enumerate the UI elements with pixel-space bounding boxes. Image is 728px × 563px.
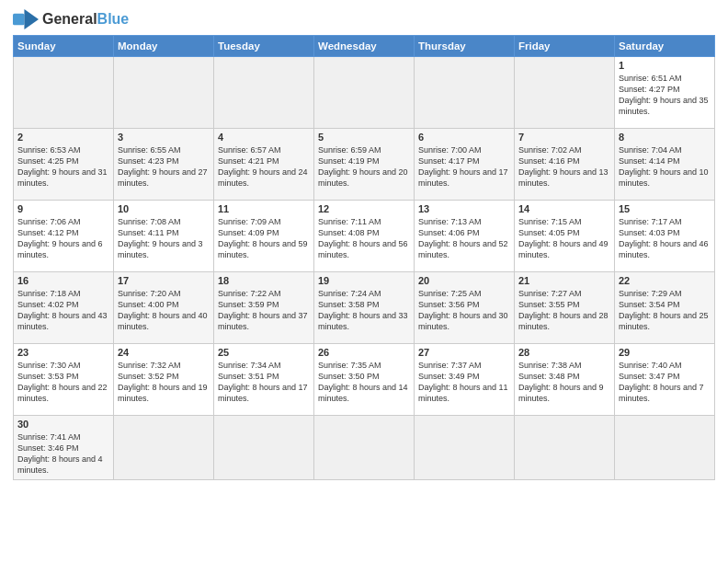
logo-icon — [13, 9, 39, 29]
calendar-day-cell: 23Sunrise: 7:30 AM Sunset: 3:53 PM Dayli… — [14, 344, 114, 416]
page: GeneralBlue Sunday Monday Tuesday Wednes… — [0, 0, 728, 563]
calendar-day-cell — [14, 57, 114, 129]
day-info: Sunrise: 7:37 AM Sunset: 3:49 PM Dayligh… — [418, 360, 510, 405]
day-info: Sunrise: 7:06 AM Sunset: 4:12 PM Dayligh… — [17, 216, 109, 261]
day-number: 9 — [17, 203, 109, 214]
day-number: 13 — [418, 203, 510, 214]
day-number: 20 — [418, 275, 510, 286]
day-number: 5 — [318, 132, 410, 143]
calendar-day-cell — [314, 416, 415, 480]
calendar-day-cell: 8Sunrise: 7:04 AM Sunset: 4:14 PM Daylig… — [615, 129, 715, 201]
day-info: Sunrise: 7:40 AM Sunset: 3:47 PM Dayligh… — [619, 360, 711, 405]
calendar-day-cell: 24Sunrise: 7:32 AM Sunset: 3:52 PM Dayli… — [114, 344, 214, 416]
calendar-day-cell: 2Sunrise: 6:53 AM Sunset: 4:25 PM Daylig… — [14, 129, 114, 201]
day-number: 24 — [118, 347, 210, 358]
day-number: 2 — [17, 132, 109, 143]
calendar-day-cell: 5Sunrise: 6:59 AM Sunset: 4:19 PM Daylig… — [314, 129, 415, 201]
col-saturday: Saturday — [615, 36, 715, 57]
day-number: 19 — [318, 275, 410, 286]
calendar-week-row: 9Sunrise: 7:06 AM Sunset: 4:12 PM Daylig… — [14, 201, 715, 272]
col-tuesday: Tuesday — [214, 36, 314, 57]
svg-marker-1 — [24, 9, 39, 29]
day-number: 30 — [17, 419, 109, 430]
calendar-day-cell: 25Sunrise: 7:34 AM Sunset: 3:51 PM Dayli… — [214, 344, 314, 416]
calendar-day-cell — [515, 416, 615, 480]
calendar-day-cell — [515, 57, 615, 129]
day-number: 6 — [418, 132, 510, 143]
day-info: Sunrise: 6:57 AM Sunset: 4:21 PM Dayligh… — [218, 144, 310, 190]
day-number: 21 — [518, 275, 610, 286]
day-number: 11 — [218, 203, 310, 214]
day-number: 10 — [118, 203, 210, 214]
calendar-week-row: 2Sunrise: 6:53 AM Sunset: 4:25 PM Daylig… — [14, 129, 715, 201]
day-info: Sunrise: 7:15 AM Sunset: 4:05 PM Dayligh… — [518, 216, 610, 261]
logo: GeneralBlue — [13, 9, 129, 29]
calendar-day-cell: 16Sunrise: 7:18 AM Sunset: 4:02 PM Dayli… — [14, 272, 114, 344]
day-info: Sunrise: 7:11 AM Sunset: 4:08 PM Dayligh… — [318, 216, 410, 261]
col-friday: Friday — [515, 36, 615, 57]
day-info: Sunrise: 7:00 AM Sunset: 4:17 PM Dayligh… — [418, 144, 510, 190]
header: GeneralBlue — [13, 9, 715, 29]
calendar-day-cell — [214, 57, 314, 129]
calendar-day-cell: 3Sunrise: 6:55 AM Sunset: 4:23 PM Daylig… — [114, 129, 214, 201]
calendar-day-cell: 1Sunrise: 6:51 AM Sunset: 4:27 PM Daylig… — [615, 57, 715, 129]
calendar-day-cell: 29Sunrise: 7:40 AM Sunset: 3:47 PM Dayli… — [615, 344, 715, 416]
calendar-day-cell: 30Sunrise: 7:41 AM Sunset: 3:46 PM Dayli… — [14, 416, 114, 480]
day-info: Sunrise: 6:51 AM Sunset: 4:27 PM Dayligh… — [619, 73, 711, 118]
day-number: 8 — [619, 132, 711, 143]
day-number: 18 — [218, 275, 310, 286]
calendar-day-cell: 14Sunrise: 7:15 AM Sunset: 4:05 PM Dayli… — [515, 201, 615, 272]
calendar-day-cell: 28Sunrise: 7:38 AM Sunset: 3:48 PM Dayli… — [515, 344, 615, 416]
calendar-day-cell: 9Sunrise: 7:06 AM Sunset: 4:12 PM Daylig… — [14, 201, 114, 272]
calendar-day-cell: 17Sunrise: 7:20 AM Sunset: 4:00 PM Dayli… — [114, 272, 214, 344]
calendar: Sunday Monday Tuesday Wednesday Thursday… — [13, 35, 715, 480]
day-info: Sunrise: 7:22 AM Sunset: 3:59 PM Dayligh… — [218, 288, 310, 333]
calendar-day-cell: 20Sunrise: 7:25 AM Sunset: 3:56 PM Dayli… — [415, 272, 515, 344]
day-number: 23 — [17, 347, 109, 358]
day-number: 15 — [619, 203, 711, 214]
day-info: Sunrise: 7:38 AM Sunset: 3:48 PM Dayligh… — [518, 360, 610, 405]
calendar-day-cell — [214, 416, 314, 480]
day-number: 14 — [518, 203, 610, 214]
calendar-day-cell — [415, 57, 515, 129]
day-number: 12 — [318, 203, 410, 214]
day-info: Sunrise: 7:17 AM Sunset: 4:03 PM Dayligh… — [619, 216, 711, 261]
day-number: 17 — [118, 275, 210, 286]
calendar-day-cell: 12Sunrise: 7:11 AM Sunset: 4:08 PM Dayli… — [314, 201, 415, 272]
calendar-day-cell — [415, 416, 515, 480]
calendar-day-cell: 6Sunrise: 7:00 AM Sunset: 4:17 PM Daylig… — [415, 129, 515, 201]
day-info: Sunrise: 7:09 AM Sunset: 4:09 PM Dayligh… — [218, 216, 310, 261]
calendar-day-cell — [114, 416, 214, 480]
day-number: 27 — [418, 347, 510, 358]
calendar-day-cell — [114, 57, 214, 129]
calendar-day-cell: 27Sunrise: 7:37 AM Sunset: 3:49 PM Dayli… — [415, 344, 515, 416]
col-monday: Monday — [114, 36, 214, 57]
day-number: 28 — [518, 347, 610, 358]
day-number: 1 — [619, 60, 711, 71]
calendar-day-cell — [615, 416, 715, 480]
day-info: Sunrise: 6:59 AM Sunset: 4:19 PM Dayligh… — [318, 144, 410, 190]
day-number: 4 — [218, 132, 310, 143]
col-wednesday: Wednesday — [314, 36, 415, 57]
calendar-week-row: 1Sunrise: 6:51 AM Sunset: 4:27 PM Daylig… — [14, 57, 715, 129]
day-info: Sunrise: 7:41 AM Sunset: 3:46 PM Dayligh… — [17, 431, 109, 477]
day-info: Sunrise: 7:29 AM Sunset: 3:54 PM Dayligh… — [619, 288, 711, 333]
day-info: Sunrise: 6:53 AM Sunset: 4:25 PM Dayligh… — [17, 144, 109, 190]
day-info: Sunrise: 7:24 AM Sunset: 3:58 PM Dayligh… — [318, 288, 410, 333]
day-info: Sunrise: 7:08 AM Sunset: 4:11 PM Dayligh… — [118, 216, 210, 261]
calendar-day-cell: 11Sunrise: 7:09 AM Sunset: 4:09 PM Dayli… — [214, 201, 314, 272]
calendar-header-row: Sunday Monday Tuesday Wednesday Thursday… — [14, 36, 715, 57]
calendar-day-cell: 10Sunrise: 7:08 AM Sunset: 4:11 PM Dayli… — [114, 201, 214, 272]
svg-rect-0 — [13, 14, 24, 25]
day-info: Sunrise: 7:20 AM Sunset: 4:00 PM Dayligh… — [118, 288, 210, 333]
day-info: Sunrise: 7:25 AM Sunset: 3:56 PM Dayligh… — [418, 288, 510, 333]
calendar-day-cell: 26Sunrise: 7:35 AM Sunset: 3:50 PM Dayli… — [314, 344, 415, 416]
calendar-week-row: 23Sunrise: 7:30 AM Sunset: 3:53 PM Dayli… — [14, 344, 715, 416]
calendar-day-cell: 13Sunrise: 7:13 AM Sunset: 4:06 PM Dayli… — [415, 201, 515, 272]
day-info: Sunrise: 7:02 AM Sunset: 4:16 PM Dayligh… — [518, 144, 610, 190]
calendar-day-cell: 21Sunrise: 7:27 AM Sunset: 3:55 PM Dayli… — [515, 272, 615, 344]
day-info: Sunrise: 7:27 AM Sunset: 3:55 PM Dayligh… — [518, 288, 610, 333]
calendar-day-cell: 7Sunrise: 7:02 AM Sunset: 4:16 PM Daylig… — [515, 129, 615, 201]
day-info: Sunrise: 7:18 AM Sunset: 4:02 PM Dayligh… — [17, 288, 109, 333]
calendar-day-cell: 15Sunrise: 7:17 AM Sunset: 4:03 PM Dayli… — [615, 201, 715, 272]
